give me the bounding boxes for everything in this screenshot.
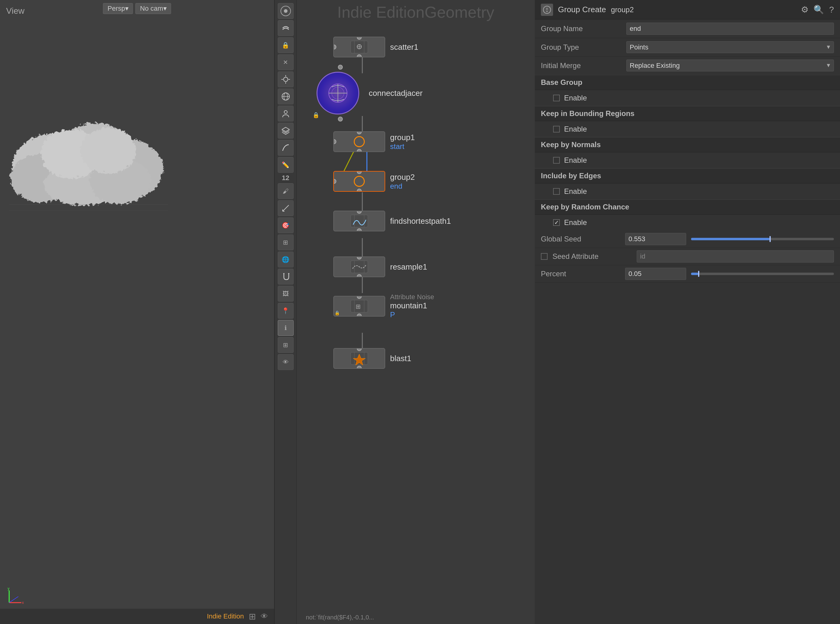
bounding-enable-label: Enable: [564, 125, 587, 133]
node-box-blast[interactable]: [333, 348, 385, 369]
bounding-checkbox[interactable]: [553, 126, 560, 133]
toolbar-btn-light[interactable]: [278, 71, 293, 87]
node-connectadjacentpieces1[interactable]: 🔒 connectadjacer: [312, 67, 422, 119]
random-checkbox[interactable]: ✓: [553, 219, 560, 226]
toolbar-btn-curve[interactable]: [278, 140, 293, 156]
properties-panel: Group Create group2 ⚙ 🔍 ? Group Name Gro…: [535, 0, 840, 624]
seed-attr-input[interactable]: [637, 250, 834, 263]
toolbar-btn-layers[interactable]: [278, 123, 293, 139]
toolbar-btn-home[interactable]: ⊞: [278, 337, 293, 353]
svg-point-7: [79, 127, 134, 173]
toolbar-btn-globe[interactable]: [278, 88, 293, 104]
toolbar-btn-measure[interactable]: [278, 200, 293, 216]
node-dot-left-g2: [333, 179, 337, 184]
toolbar-btn-1[interactable]: [278, 20, 293, 36]
seed-attr-checkbox[interactable]: [541, 253, 548, 260]
cam-button[interactable]: No cam▾: [136, 3, 171, 14]
bounding-regions-section: Keep in Bounding Regions: [535, 106, 840, 121]
svg-text:y: y: [8, 587, 9, 591]
node-dot-top-path: [357, 211, 362, 214]
gear-icon[interactable]: ⚙: [801, 5, 809, 15]
toolbar-btn-eye[interactable]: 👁: [278, 354, 293, 370]
toolbar-btn-info[interactable]: ℹ: [278, 320, 293, 336]
group1-labels: group1 start: [390, 133, 415, 151]
percent-input[interactable]: [625, 268, 686, 280]
group-type-select[interactable]: Points Edges Primitives: [627, 42, 826, 53]
random-enable-row[interactable]: ✓ Enable: [535, 215, 840, 230]
initial-merge-select-wrapper[interactable]: Replace Existing Union Intersect ▼: [626, 60, 834, 71]
props-title: Group Create: [558, 5, 606, 14]
mountain-lock: 🔒: [335, 310, 340, 315]
node-graph[interactable]: Indie EditionGeometry: [297, 0, 535, 624]
node-box-mountain[interactable]: ⊞ 🔒: [333, 296, 385, 317]
edges-checkbox[interactable]: [553, 188, 560, 195]
node-label-mountain: mountain1: [390, 301, 434, 310]
base-group-enable-label: Enable: [564, 94, 587, 102]
group-name-label: Group Name: [541, 25, 626, 33]
normals-enable-row[interactable]: Enable: [535, 152, 840, 168]
node-box-connect[interactable]: 🔒: [312, 67, 364, 119]
toolbar-btn-globe2[interactable]: 🌐: [278, 252, 293, 267]
node-blast1[interactable]: blast1: [333, 348, 411, 369]
node-box-group1[interactable]: [333, 131, 385, 152]
svg-point-17: [284, 77, 288, 82]
node-dot-top: [357, 37, 362, 40]
toolbar-btn-lock[interactable]: 🔒: [278, 37, 293, 53]
initial-merge-label: Initial Merge: [541, 61, 626, 70]
percent-fill: [691, 273, 698, 275]
node-mountain1[interactable]: ⊞ 🔒 Attribute Noise mountain1 P: [333, 293, 434, 319]
node-group2[interactable]: group2 end: [333, 171, 415, 192]
resample-icon: [350, 260, 368, 273]
node-box-group2[interactable]: [333, 171, 385, 192]
edges-enable-row[interactable]: Enable: [535, 184, 840, 199]
seed-attribute-row: Seed Attribute: [535, 248, 840, 265]
svg-text:x: x: [22, 601, 24, 605]
global-seed-fill: [691, 238, 769, 240]
normals-checkbox[interactable]: [553, 157, 560, 164]
node-dot-bottom-connect: [338, 117, 343, 122]
persp-button[interactable]: Persp▾: [103, 3, 133, 14]
node-dot-top-resample: [357, 256, 362, 259]
node-label-connect: connectadjacer: [369, 88, 422, 98]
node-scatter1[interactable]: scatter1: [333, 37, 418, 57]
percent-thumb: [698, 271, 699, 277]
node-dot-bottom-g1: [357, 149, 362, 152]
svg-point-16: [284, 9, 287, 13]
percent-track[interactable]: [691, 273, 834, 275]
camera-icon[interactable]: 👁: [261, 612, 268, 621]
mountain-sublabel-gray: Attribute Noise: [390, 293, 434, 301]
base-group-enable-row[interactable]: Enable: [535, 90, 840, 106]
toolbar-btn-img[interactable]: 🖼: [278, 286, 293, 302]
node-resample1[interactable]: resample1: [333, 256, 427, 277]
toolbar-btn-person[interactable]: [278, 106, 293, 122]
axes-indicator: x y: [6, 587, 25, 606]
node-dot-top-mountain: [357, 296, 362, 299]
toolbar-btn-grid[interactable]: ⊞: [278, 235, 293, 250]
group-name-input[interactable]: [626, 23, 834, 35]
node-dot-bottom-resample: [357, 274, 362, 277]
node-box-resample[interactable]: [333, 256, 385, 277]
toolbar-btn-pencil[interactable]: ✏️: [278, 157, 293, 173]
global-seed-track[interactable]: [691, 238, 834, 240]
toolbar-btn-map[interactable]: 📍: [278, 303, 293, 319]
initial-merge-select[interactable]: Replace Existing Union Intersect: [627, 60, 826, 71]
toolbar-btn-x[interactable]: ✕: [278, 54, 293, 70]
viewport-controls: Persp▾ No cam▾: [103, 3, 171, 14]
bounding-enable-row[interactable]: Enable: [535, 121, 840, 137]
global-seed-input[interactable]: [625, 233, 686, 245]
indie-edition-label: Indie Edition: [207, 612, 244, 620]
toolbar-btn-target[interactable]: 🎯: [278, 217, 293, 233]
group-type-select-wrapper[interactable]: Points Edges Primitives ▼: [626, 41, 834, 53]
search-icon[interactable]: 🔍: [814, 5, 824, 15]
base-group-checkbox[interactable]: [553, 95, 560, 101]
path-icon: [350, 214, 368, 228]
mountain-sublabel-p: P: [390, 310, 434, 319]
node-group1[interactable]: group1 start: [333, 131, 415, 152]
home-icon[interactable]: ⊞: [249, 612, 256, 622]
toolbar-btn-brush[interactable]: 🖌: [278, 183, 293, 199]
node-findshortestpath1[interactable]: findshortestpath1: [333, 211, 451, 232]
toolbar-btn-magnet[interactable]: [278, 269, 293, 284]
node-box-path[interactable]: [333, 211, 385, 232]
node-box-scatter1[interactable]: [333, 37, 385, 57]
help-icon[interactable]: ?: [829, 5, 834, 15]
